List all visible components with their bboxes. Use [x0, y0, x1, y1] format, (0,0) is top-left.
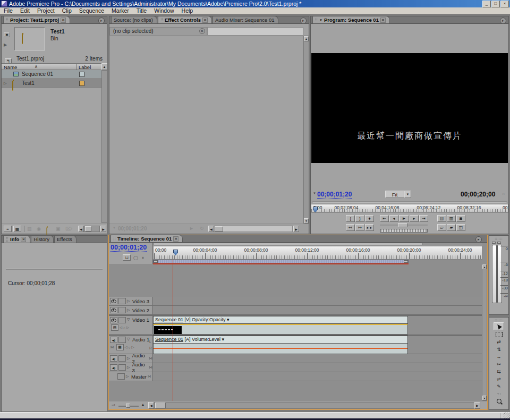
column-label[interactable]: Label [76, 64, 91, 70]
toggle-track-output[interactable]: ◀) [110, 337, 117, 343]
marker-button[interactable]: ♦ [365, 215, 374, 222]
lift-button[interactable]: ▱ [437, 224, 446, 231]
loop-icon[interactable]: ↻ [200, 226, 204, 231]
close-icon[interactable]: × [173, 236, 178, 242]
slide-tool[interactable]: ⇌ [494, 375, 504, 382]
menu-sequence[interactable]: Sequence [75, 7, 108, 14]
toggle-track-output[interactable]: ◀) [110, 364, 117, 371]
unnumbered-marker-icon[interactable]: ♦ [142, 255, 144, 260]
column-name[interactable]: Name [4, 64, 17, 70]
toggle-track-output[interactable] [110, 317, 117, 323]
track-lock-toggle[interactable] [117, 373, 125, 380]
row-name[interactable]: Test1 [22, 80, 35, 86]
tab-project[interactable]: Project: Test1.prproj × [3, 16, 70, 23]
menu-project[interactable]: Project [33, 7, 58, 14]
menu-edit[interactable]: Edit [16, 7, 33, 14]
output-button[interactable]: ◙ [456, 215, 465, 222]
track-content[interactable] [153, 363, 482, 372]
encore-marker-icon[interactable]: ◯ [133, 255, 138, 260]
add-keyframe-icon[interactable]: ○ [123, 326, 125, 330]
scroll-down-icon[interactable]: ▼ [304, 218, 309, 224]
toggle-track-output[interactable] [110, 298, 117, 304]
panel-grip[interactable] [495, 237, 503, 240]
hand-tool[interactable]: ☜ [494, 390, 504, 397]
tab-history[interactable]: History [31, 235, 54, 243]
collapse-icon[interactable]: ⋈ [149, 365, 153, 370]
track-content[interactable] [153, 306, 482, 314]
razor-tool[interactable]: ✂ [494, 361, 504, 367]
set-display-style-icon[interactable]: ▤ [111, 324, 118, 331]
track-content[interactable] [153, 297, 482, 305]
step-back-button[interactable]: ◄ [389, 215, 398, 222]
twirl-closed-icon[interactable]: ▷ [127, 356, 131, 361]
twirl-open-icon[interactable]: ▽ [127, 318, 131, 322]
work-area-end-handle[interactable] [404, 260, 408, 263]
menu-help[interactable]: Help [178, 7, 197, 14]
twirl-closed-icon[interactable]: ▷ [4, 81, 8, 85]
work-area-bar[interactable] [153, 260, 409, 263]
collapse-icon[interactable]: ⋈ [110, 345, 114, 349]
label-swatch[interactable] [79, 81, 84, 86]
extract-button[interactable]: ▰ [447, 224, 456, 231]
next-keyframe-icon[interactable]: ▷ [131, 345, 134, 349]
tab-source[interactable]: Source: (no clips) [111, 16, 157, 23]
scroll-left-icon[interactable]: ◀ [78, 226, 84, 232]
zoom-in-icon[interactable]: ▲ [141, 402, 145, 407]
scroll-up-icon[interactable]: ▲ [304, 36, 309, 41]
program-ruler[interactable]: 0;00 00;02;08;04 00;04;16;08 00;06;24;12… [311, 204, 508, 212]
zoom-level-dropdown-icon[interactable]: ▼ [404, 191, 411, 198]
tab-effect-controls[interactable]: Effect Controls × [158, 16, 212, 23]
zoom-tool[interactable] [494, 398, 504, 405]
twirl-closed-icon[interactable]: ▷ [126, 374, 130, 379]
audio-clip-body[interactable] [153, 344, 408, 354]
export-frame-button[interactable]: ▤ [437, 215, 446, 222]
tab-program[interactable]: ▼ Program: Sequence 01 × [312, 16, 390, 23]
tab-info[interactable]: Info × [3, 235, 30, 243]
collapse-icon[interactable]: ⋈ [148, 374, 151, 379]
table-row[interactable]: ▷ Test1 [2, 79, 101, 88]
track-lock-toggle[interactable] [118, 337, 126, 343]
pen-tool[interactable]: ✎ [494, 383, 504, 390]
program-current-time[interactable]: 00;00;01;20 [317, 191, 352, 199]
rate-stretch-tool[interactable]: ↔ [494, 353, 504, 360]
panel-menu-icon[interactable]: ▸ [98, 18, 105, 24]
zoom-level-select[interactable]: Fit [385, 191, 404, 198]
list-view-icon[interactable]: ≡ [4, 226, 12, 232]
timeline-vscrollbar[interactable]: ▲ ▼ [482, 264, 487, 401]
effect-hscrollbar[interactable] [214, 226, 293, 232]
panel-grip[interactable] [6, 18, 8, 22]
scroll-up-icon[interactable]: ▲ [482, 264, 487, 269]
label-swatch[interactable] [79, 72, 84, 77]
maximize-button[interactable]: □ [491, 1, 500, 7]
panel-grip[interactable] [495, 319, 503, 322]
close-icon[interactable]: × [61, 18, 66, 23]
zoom-slider[interactable] [118, 406, 139, 407]
zoom-out-icon[interactable]: ◅ [112, 402, 115, 407]
zoom-slider-thumb[interactable] [126, 404, 130, 408]
collapse-icon[interactable]: ⋈ [149, 356, 153, 361]
next-keyframe-icon[interactable]: ▷ [126, 325, 129, 330]
go-to-in-button[interactable]: ⇤ [380, 215, 389, 222]
slip-tool[interactable]: ⇆ [494, 368, 504, 375]
effect-timecode[interactable]: 00;00;01;20 [118, 226, 147, 232]
track-lock-toggle[interactable] [118, 307, 126, 313]
scroll-up-icon[interactable]: ▲ [101, 63, 107, 70]
scroll-right-icon[interactable]: ▶ [293, 226, 299, 232]
work-area-start-handle[interactable] [154, 260, 158, 263]
scroll-right-icon[interactable]: ▶ [474, 402, 480, 409]
timeline-hscrollbar[interactable] [154, 402, 474, 409]
scroll-right-icon[interactable]: ▶ [100, 226, 106, 232]
go-to-in-play-button[interactable]: ↤ [346, 224, 355, 231]
go-to-out-button[interactable]: ⇥ [419, 215, 428, 222]
sort-asc-icon[interactable]: ∧ [35, 64, 38, 69]
scrollbar-thumb[interactable] [85, 226, 91, 232]
audio-clip[interactable]: Sequence 01 [A] Volume:Level ▾ [153, 336, 408, 344]
chevron-double-icon[interactable]: » [199, 28, 205, 34]
jog-disk[interactable] [380, 229, 428, 233]
panel-menu-icon[interactable]: ▸ [475, 236, 482, 243]
volume-rubber-band[interactable] [154, 348, 407, 349]
timeline-ruler[interactable]: 00;00 00;00;04;00 00;00;08;00 00;00;12;0… [153, 246, 482, 260]
track-lock-toggle[interactable] [118, 364, 126, 371]
menu-marker[interactable]: Marker [108, 7, 133, 14]
scrollbar-thumb[interactable] [155, 402, 166, 408]
